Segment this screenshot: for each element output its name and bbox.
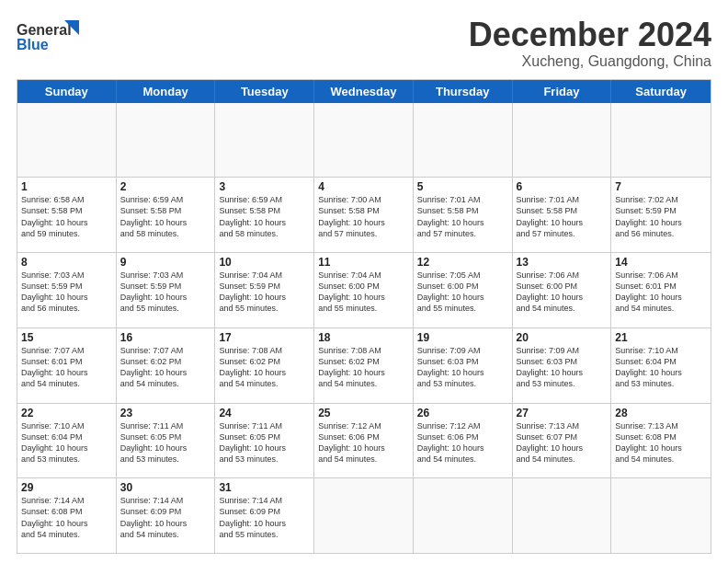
- calendar-row: 22Sunrise: 7:10 AM Sunset: 6:04 PM Dayli…: [17, 404, 711, 479]
- day-number: 28: [615, 407, 707, 419]
- day-number: 29: [21, 481, 112, 494]
- day-number: 22: [21, 407, 112, 419]
- calendar-cell: 16Sunrise: 7:07 AM Sunset: 6:02 PM Dayli…: [117, 328, 216, 403]
- calendar-cell: 14Sunrise: 7:06 AM Sunset: 6:01 PM Dayli…: [611, 253, 711, 327]
- subtitle: Xucheng, Guangdong, China: [469, 53, 711, 70]
- calendar-row: 29Sunrise: 7:14 AM Sunset: 6:08 PM Dayli…: [17, 478, 711, 553]
- calendar-cell: 24Sunrise: 7:11 AM Sunset: 6:05 PM Dayli…: [215, 404, 314, 478]
- cell-text: Sunrise: 7:08 AM Sunset: 6:02 PM Dayligh…: [219, 345, 310, 390]
- day-number: 25: [318, 407, 409, 419]
- header-sunday: Sunday: [17, 80, 117, 103]
- day-number: 27: [517, 407, 608, 419]
- cell-text: Sunrise: 7:00 AM Sunset: 5:58 PM Dayligh…: [318, 194, 409, 239]
- calendar-cell: 23Sunrise: 7:11 AM Sunset: 6:05 PM Dayli…: [117, 404, 216, 478]
- cell-text: Sunrise: 7:11 AM Sunset: 6:05 PM Dayligh…: [120, 420, 211, 465]
- calendar-cell: 21Sunrise: 7:10 AM Sunset: 6:04 PM Dayli…: [611, 328, 711, 403]
- header-saturday: Saturday: [611, 80, 711, 103]
- calendar-cell: 8Sunrise: 7:03 AM Sunset: 5:59 PM Daylig…: [17, 253, 117, 327]
- cell-text: Sunrise: 7:06 AM Sunset: 6:00 PM Dayligh…: [517, 270, 608, 315]
- day-number: 30: [120, 481, 211, 494]
- calendar-cell: [414, 478, 513, 553]
- day-number: 20: [517, 331, 608, 344]
- calendar-cell: 30Sunrise: 7:14 AM Sunset: 6:09 PM Dayli…: [117, 478, 216, 553]
- calendar-cell: [611, 103, 711, 178]
- calendar-cell: [17, 103, 117, 178]
- calendar-cell: 1Sunrise: 6:58 AM Sunset: 5:58 PM Daylig…: [17, 178, 117, 252]
- day-number: 26: [417, 407, 508, 419]
- calendar-cell: 7Sunrise: 7:02 AM Sunset: 5:59 PM Daylig…: [611, 178, 711, 252]
- calendar-cell: [215, 103, 314, 178]
- calendar-cell: 11Sunrise: 7:04 AM Sunset: 6:00 PM Dayli…: [314, 253, 414, 327]
- cell-text: Sunrise: 7:13 AM Sunset: 6:08 PM Dayligh…: [615, 420, 707, 465]
- cell-text: Sunrise: 7:11 AM Sunset: 6:05 PM Dayligh…: [219, 420, 310, 465]
- calendar-cell: 10Sunrise: 7:04 AM Sunset: 5:59 PM Dayli…: [215, 253, 314, 327]
- day-number: 23: [120, 407, 211, 419]
- cell-text: Sunrise: 7:14 AM Sunset: 6:09 PM Dayligh…: [120, 495, 211, 540]
- day-number: 7: [615, 180, 707, 193]
- day-number: 10: [219, 256, 310, 269]
- cell-text: Sunrise: 7:03 AM Sunset: 5:59 PM Dayligh…: [21, 270, 112, 315]
- day-number: 9: [120, 256, 211, 269]
- calendar-cell: 19Sunrise: 7:09 AM Sunset: 6:03 PM Dayli…: [414, 328, 513, 403]
- calendar-cell: 5Sunrise: 7:01 AM Sunset: 5:58 PM Daylig…: [414, 178, 513, 252]
- cell-text: Sunrise: 7:08 AM Sunset: 6:02 PM Dayligh…: [318, 345, 409, 390]
- cell-text: Sunrise: 7:03 AM Sunset: 5:59 PM Dayligh…: [120, 270, 211, 315]
- day-number: 4: [318, 180, 409, 193]
- calendar-cell: 20Sunrise: 7:09 AM Sunset: 6:03 PM Dayli…: [513, 328, 612, 403]
- cell-text: Sunrise: 6:59 AM Sunset: 5:58 PM Dayligh…: [120, 194, 211, 239]
- calendar-cell: [314, 103, 414, 178]
- day-number: 17: [219, 331, 310, 344]
- cell-text: Sunrise: 7:10 AM Sunset: 6:04 PM Dayligh…: [21, 420, 112, 465]
- cell-text: Sunrise: 7:07 AM Sunset: 6:01 PM Dayligh…: [21, 345, 112, 390]
- header-friday: Friday: [513, 80, 612, 103]
- cell-text: Sunrise: 6:59 AM Sunset: 5:58 PM Dayligh…: [219, 194, 310, 239]
- logo: General Blue: [17, 17, 99, 57]
- cell-text: Sunrise: 7:04 AM Sunset: 6:00 PM Dayligh…: [318, 270, 409, 315]
- calendar-row: 15Sunrise: 7:07 AM Sunset: 6:01 PM Dayli…: [17, 328, 711, 404]
- cell-text: Sunrise: 6:58 AM Sunset: 5:58 PM Dayligh…: [21, 194, 112, 239]
- header-monday: Monday: [117, 80, 216, 103]
- day-number: 11: [318, 256, 409, 269]
- cell-text: Sunrise: 7:01 AM Sunset: 5:58 PM Dayligh…: [417, 194, 508, 239]
- day-number: 21: [615, 331, 707, 344]
- cell-text: Sunrise: 7:14 AM Sunset: 6:09 PM Dayligh…: [219, 495, 310, 540]
- day-number: 3: [219, 180, 310, 193]
- page: General Blue December 2024 Xucheng, Guan…: [0, 0, 728, 563]
- calendar-cell: 25Sunrise: 7:12 AM Sunset: 6:06 PM Dayli…: [314, 404, 414, 478]
- calendar-cell: 6Sunrise: 7:01 AM Sunset: 5:58 PM Daylig…: [513, 178, 612, 252]
- cell-text: Sunrise: 7:12 AM Sunset: 6:06 PM Dayligh…: [417, 420, 508, 465]
- calendar-cell: 3Sunrise: 6:59 AM Sunset: 5:58 PM Daylig…: [215, 178, 314, 252]
- day-number: 16: [120, 331, 211, 344]
- svg-text:Blue: Blue: [17, 37, 49, 52]
- calendar-cell: 15Sunrise: 7:07 AM Sunset: 6:01 PM Dayli…: [17, 328, 117, 403]
- title-block: December 2024 Xucheng, Guangdong, China: [469, 17, 711, 70]
- logo-svg: General Blue: [17, 17, 99, 57]
- header-tuesday: Tuesday: [215, 80, 314, 103]
- calendar-cell: [117, 103, 216, 178]
- calendar-body: 1Sunrise: 6:58 AM Sunset: 5:58 PM Daylig…: [17, 103, 711, 553]
- calendar: Sunday Monday Tuesday Wednesday Thursday…: [17, 79, 711, 554]
- calendar-cell: 26Sunrise: 7:12 AM Sunset: 6:06 PM Dayli…: [414, 404, 513, 478]
- calendar-cell: [611, 478, 711, 553]
- day-number: 1: [21, 180, 112, 193]
- day-number: 14: [615, 256, 707, 269]
- cell-text: Sunrise: 7:04 AM Sunset: 5:59 PM Dayligh…: [219, 270, 310, 315]
- header: General Blue December 2024 Xucheng, Guan…: [17, 17, 711, 70]
- cell-text: Sunrise: 7:09 AM Sunset: 6:03 PM Dayligh…: [517, 345, 608, 390]
- calendar-cell: 27Sunrise: 7:13 AM Sunset: 6:07 PM Dayli…: [513, 404, 612, 478]
- calendar-cell: 31Sunrise: 7:14 AM Sunset: 6:09 PM Dayli…: [215, 478, 314, 553]
- day-number: 13: [517, 256, 608, 269]
- cell-text: Sunrise: 7:02 AM Sunset: 5:59 PM Dayligh…: [615, 194, 707, 239]
- header-thursday: Thursday: [414, 80, 513, 103]
- day-number: 15: [21, 331, 112, 344]
- day-number: 31: [219, 481, 310, 494]
- calendar-row: 8Sunrise: 7:03 AM Sunset: 5:59 PM Daylig…: [17, 253, 711, 328]
- header-wednesday: Wednesday: [314, 80, 414, 103]
- svg-text:General: General: [17, 22, 72, 38]
- cell-text: Sunrise: 7:12 AM Sunset: 6:06 PM Dayligh…: [318, 420, 409, 465]
- calendar-cell: [513, 478, 612, 553]
- cell-text: Sunrise: 7:14 AM Sunset: 6:08 PM Dayligh…: [21, 495, 112, 540]
- calendar-cell: [414, 103, 513, 178]
- calendar-cell: [513, 103, 612, 178]
- calendar-cell: 22Sunrise: 7:10 AM Sunset: 6:04 PM Dayli…: [17, 404, 117, 478]
